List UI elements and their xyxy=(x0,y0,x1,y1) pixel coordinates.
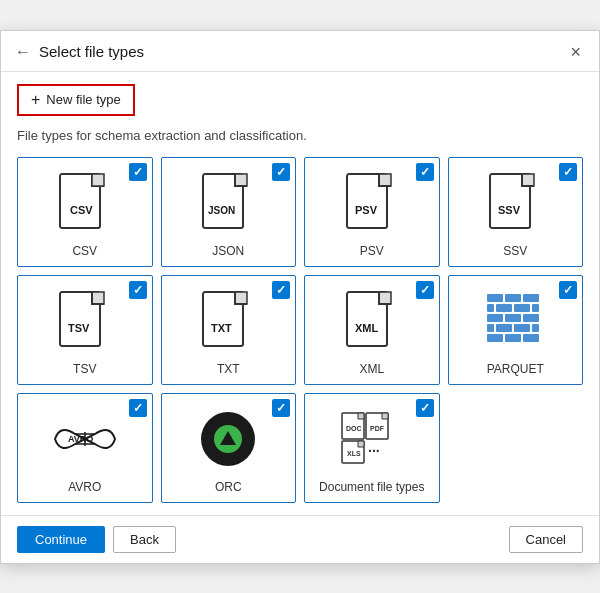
new-file-type-button[interactable]: + New file type xyxy=(17,84,135,116)
file-type-card-json[interactable]: JSON JSON xyxy=(161,157,297,267)
check-icon-json xyxy=(272,163,290,181)
document-label: Document file types xyxy=(319,480,424,494)
svg-text:SSV: SSV xyxy=(498,204,521,216)
check-icon-document xyxy=(416,399,434,417)
svg-rect-27 xyxy=(532,304,539,312)
parquet-icon-area xyxy=(455,286,577,356)
parquet-label: PARQUET xyxy=(487,362,544,376)
file-type-card-psv[interactable]: PSV PSV xyxy=(304,157,440,267)
svg-text:XML: XML xyxy=(355,322,379,334)
svg-text:PDF: PDF xyxy=(370,425,385,432)
svg-marker-4 xyxy=(235,174,247,186)
check-icon-ssv xyxy=(559,163,577,181)
svg-rect-21 xyxy=(487,294,503,302)
dialog-body: + New file type File types for schema ex… xyxy=(1,72,599,515)
subtitle-text: File types for schema extraction and cla… xyxy=(17,128,583,143)
svg-rect-25 xyxy=(514,304,530,312)
close-button[interactable]: × xyxy=(566,41,585,63)
csv-file-icon: CSV xyxy=(58,172,112,234)
new-file-type-label: New file type xyxy=(46,92,120,107)
svg-rect-22 xyxy=(505,294,521,302)
svg-marker-49 xyxy=(358,441,364,447)
xml-icon-area: XML xyxy=(311,286,433,356)
orc-inner-circle xyxy=(214,425,242,453)
psv-file-icon: PSV xyxy=(345,172,399,234)
json-label: JSON xyxy=(212,244,244,258)
check-icon-xml xyxy=(416,281,434,299)
file-type-card-orc[interactable]: ORC xyxy=(161,393,297,503)
check-icon-psv xyxy=(416,163,434,181)
svg-rect-36 xyxy=(505,334,521,342)
svg-rect-37 xyxy=(523,334,539,342)
orc-circle xyxy=(201,412,255,466)
svg-marker-10 xyxy=(522,174,534,186)
svg-rect-29 xyxy=(505,314,521,322)
check-icon-txt xyxy=(272,281,290,299)
svg-marker-13 xyxy=(92,292,104,304)
continue-button[interactable]: Continue xyxy=(17,526,105,553)
psv-label: PSV xyxy=(360,244,384,258)
svg-text:AVRO: AVRO xyxy=(68,434,93,444)
xml-file-icon: XML xyxy=(345,290,399,352)
file-type-card-xml[interactable]: XML XML xyxy=(304,275,440,385)
svg-rect-30 xyxy=(523,314,539,322)
avro-label: AVRO xyxy=(68,480,101,494)
tsv-icon-area: TSV xyxy=(24,286,146,356)
svg-rect-35 xyxy=(487,334,503,342)
svg-marker-16 xyxy=(235,292,247,304)
file-type-card-csv[interactable]: CSV CSV xyxy=(17,157,153,267)
txt-label: TXT xyxy=(217,362,240,376)
svg-text:CSV: CSV xyxy=(70,204,93,216)
file-type-card-txt[interactable]: TXT TXT xyxy=(161,275,297,385)
plus-icon: + xyxy=(31,91,40,109)
svg-marker-43 xyxy=(358,413,364,419)
parquet-icon xyxy=(485,292,545,350)
svg-rect-34 xyxy=(532,324,539,332)
file-type-card-tsv[interactable]: TSV TSV xyxy=(17,275,153,385)
document-icon-area: DOC PDF XLS ··· xyxy=(311,404,433,474)
file-type-card-avro[interactable]: AVRO AVRO xyxy=(17,393,153,503)
check-icon-parquet xyxy=(559,281,577,299)
svg-rect-32 xyxy=(514,324,530,332)
svg-rect-28 xyxy=(487,314,503,322)
svg-rect-31 xyxy=(496,324,512,332)
psv-icon-area: PSV xyxy=(311,168,433,238)
check-icon-csv xyxy=(129,163,147,181)
dialog-title: Select file types xyxy=(39,43,566,60)
cancel-button[interactable]: Cancel xyxy=(509,526,583,553)
check-icon-avro xyxy=(129,399,147,417)
check-icon-tsv xyxy=(129,281,147,299)
svg-text:JSON: JSON xyxy=(208,205,235,216)
file-type-card-document[interactable]: DOC PDF XLS ··· Document file types xyxy=(304,393,440,503)
svg-text:DOC: DOC xyxy=(346,425,362,432)
orc-arrow-icon xyxy=(220,431,236,445)
back-button[interactable]: Back xyxy=(113,526,176,553)
svg-rect-26 xyxy=(487,304,494,312)
svg-marker-1 xyxy=(92,174,104,186)
file-type-grid: CSV CSV JSON JSON xyxy=(17,157,583,503)
orc-icon-area xyxy=(168,404,290,474)
json-file-icon: JSON xyxy=(201,172,255,234)
svg-text:PSV: PSV xyxy=(355,204,378,216)
svg-marker-19 xyxy=(379,292,391,304)
document-file-types-icon: DOC PDF XLS ··· xyxy=(340,411,404,467)
ssv-label: SSV xyxy=(503,244,527,258)
back-arrow-icon[interactable]: ← xyxy=(15,43,31,61)
tsv-file-icon: TSV xyxy=(58,290,112,352)
svg-text:TXT: TXT xyxy=(211,322,232,334)
avro-icon: AVRO xyxy=(50,414,120,464)
file-type-card-ssv[interactable]: SSV SSV xyxy=(448,157,584,267)
svg-text:···: ··· xyxy=(368,443,380,459)
svg-rect-33 xyxy=(487,324,494,332)
csv-label: CSV xyxy=(72,244,97,258)
dialog-titlebar: ← Select file types × xyxy=(1,31,599,72)
txt-icon-area: TXT xyxy=(168,286,290,356)
xml-label: XML xyxy=(359,362,384,376)
file-type-card-parquet[interactable]: PARQUET xyxy=(448,275,584,385)
orc-label: ORC xyxy=(215,480,242,494)
ssv-icon-area: SSV xyxy=(455,168,577,238)
svg-rect-23 xyxy=(523,294,539,302)
svg-text:XLS: XLS xyxy=(347,450,361,457)
dialog-footer: Continue Back Cancel xyxy=(1,515,599,563)
json-icon-area: JSON xyxy=(168,168,290,238)
